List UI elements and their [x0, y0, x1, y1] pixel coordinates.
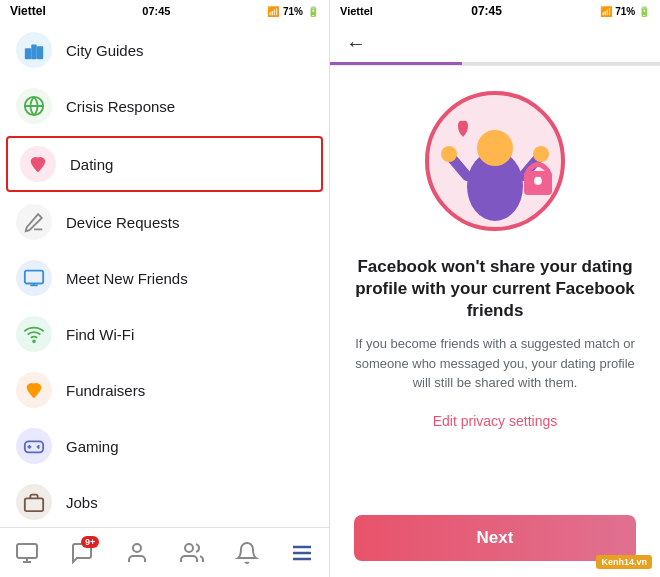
svg-rect-0: [25, 48, 31, 59]
svg-point-12: [133, 544, 141, 552]
right-panel: Viettel 07:45 📶 71% 🔋 ←: [330, 0, 660, 577]
nav-groups[interactable]: [171, 532, 213, 574]
nav-profile[interactable]: [116, 532, 158, 574]
status-bar-right: Viettel 07:45 📶 71% 🔋: [330, 0, 660, 22]
svg-rect-2: [37, 46, 43, 59]
svg-rect-7: [25, 498, 43, 511]
crisis-response-label: Crisis Response: [66, 98, 175, 115]
sidebar-item-crisis-response[interactable]: Crisis Response: [0, 78, 329, 134]
left-battery: 📶 71% 🔋: [267, 6, 319, 17]
content-area: Facebook won't share your dating profile…: [330, 66, 660, 577]
sidebar-item-gaming[interactable]: Gaming: [0, 418, 329, 474]
back-button[interactable]: ←: [346, 32, 366, 55]
progress-bar-wrap: [330, 62, 660, 65]
sidebar-item-device-requests[interactable]: Device Requests: [0, 194, 329, 250]
gaming-icon: [16, 428, 52, 464]
top-bar-right: ←: [330, 22, 660, 66]
status-bar-left: Viettel 07:45 📶 71% 🔋: [0, 0, 329, 22]
sidebar-item-jobs[interactable]: Jobs: [0, 474, 329, 527]
city-guides-label: City Guides: [66, 42, 144, 59]
progress-bar-fill: [330, 62, 462, 65]
svg-point-13: [185, 544, 193, 552]
privacy-subtext: If you become friends with a suggested m…: [354, 334, 636, 393]
jobs-icon: [16, 484, 52, 520]
dating-label: Dating: [70, 156, 113, 173]
fundraisers-label: Fundraisers: [66, 382, 145, 399]
svg-rect-4: [25, 271, 43, 284]
nav-menu[interactable]: [281, 532, 323, 574]
find-wifi-icon: [16, 316, 52, 352]
nav-messenger[interactable]: 9+: [61, 532, 103, 574]
meet-new-friends-label: Meet New Friends: [66, 270, 188, 287]
sidebar-item-dating[interactable]: Dating: [6, 136, 323, 192]
dating-illustration: [420, 86, 570, 236]
left-time: 07:45: [142, 5, 170, 17]
menu-list: City Guides Crisis Response Dating Devic…: [0, 22, 329, 527]
crisis-response-icon: [16, 88, 52, 124]
sidebar-item-fundraisers[interactable]: Fundraisers: [0, 362, 329, 418]
right-carrier: Viettel: [340, 5, 373, 17]
svg-rect-9: [17, 544, 37, 558]
right-status-icons: 📶 71% 🔋: [600, 6, 650, 17]
privacy-heading: Facebook won't share your dating profile…: [354, 256, 636, 322]
find-wifi-label: Find Wi-Fi: [66, 326, 134, 343]
sidebar-item-city-guides[interactable]: City Guides: [0, 22, 329, 78]
sidebar-item-meet-new-friends[interactable]: Meet New Friends: [0, 250, 329, 306]
jobs-label: Jobs: [66, 494, 98, 511]
nav-bell[interactable]: [226, 532, 268, 574]
fundraisers-icon: [16, 372, 52, 408]
svg-point-22: [441, 146, 457, 162]
gaming-label: Gaming: [66, 438, 119, 455]
watermark: Kenh14.vn: [596, 555, 652, 569]
city-guides-icon: [16, 32, 52, 68]
svg-point-19: [477, 130, 513, 166]
dating-icon: [20, 146, 56, 182]
meet-new-friends-icon: [16, 260, 52, 296]
edit-privacy-link[interactable]: Edit privacy settings: [433, 413, 558, 429]
right-time: 07:45: [471, 4, 502, 18]
next-button[interactable]: Next: [354, 515, 636, 561]
svg-point-5: [33, 340, 35, 342]
device-requests-icon: [16, 204, 52, 240]
sidebar-item-find-wifi[interactable]: Find Wi-Fi: [0, 306, 329, 362]
left-panel: Viettel 07:45 📶 71% 🔋 City Guides Crisis…: [0, 0, 330, 577]
messenger-badge: 9+: [81, 536, 99, 548]
svg-rect-1: [31, 45, 37, 60]
svg-point-23: [533, 146, 549, 162]
device-requests-label: Device Requests: [66, 214, 179, 231]
left-carrier: Viettel: [10, 4, 46, 18]
nav-home[interactable]: [6, 532, 48, 574]
bottom-nav: 9+: [0, 527, 329, 577]
